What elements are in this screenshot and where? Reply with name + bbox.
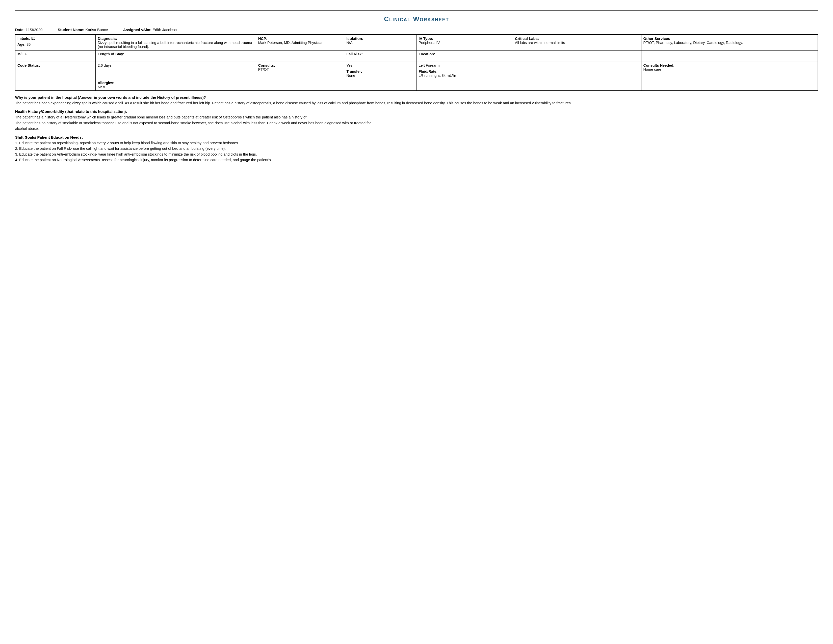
- mf-label: M/F: [18, 52, 24, 56]
- initials-value: EJ: [31, 36, 35, 40]
- other-services-value: PT/OT, Pharmacy, Laboratory, Dietary, Ca…: [643, 41, 815, 45]
- row4-empty4: [344, 79, 416, 91]
- consults-needed-header: Consults Needed:: [643, 63, 815, 68]
- diagnosis-cell: Diagnosis: Dizzy spell resulting in a fa…: [95, 35, 256, 50]
- location-header: Location:: [418, 52, 435, 56]
- allergies-header: Allergies:: [98, 81, 254, 85]
- other-services-header: Other Services: [643, 36, 815, 41]
- row3-labs-empty: [513, 62, 641, 79]
- initials-cell: Initials: EJ Age: 85: [15, 35, 96, 50]
- critical-labs-value: All labs are within normal limits: [515, 41, 639, 45]
- iv-type-header: IV Type:: [418, 36, 510, 41]
- row4-empty7: [641, 79, 818, 91]
- location-cell: Location:: [416, 50, 513, 62]
- health-history-title: Health History/Comorbidity (that relate …: [15, 109, 818, 114]
- row4-empty5: [416, 79, 513, 91]
- consults-needed-value: Home care: [643, 68, 815, 71]
- isolation-yes-cell: Yes Transfer: None: [344, 62, 416, 79]
- fluid-rate-header: Fluid/Rate:: [418, 69, 437, 74]
- mf-colon: :: [18, 56, 18, 60]
- critical-labs-header: Critical Labs:: [515, 36, 639, 41]
- isolation-cell: Isolation: N/A: [344, 35, 416, 50]
- days-value: 2.6 days: [98, 63, 112, 68]
- date-value: 11/3/2020: [26, 27, 43, 32]
- hcp-header: HCP:: [258, 36, 342, 41]
- transfer-value: None: [346, 74, 414, 77]
- shift-goal-1: 1. Educate the patient on repositioning-…: [15, 140, 818, 146]
- length-of-stay-header: Length of Stay:: [98, 52, 124, 56]
- table-row-2: M/F F : Length of Stay: Fall Risk: Locat…: [15, 50, 818, 62]
- student-name-label: Student Name: Karisa Bunce: [58, 27, 108, 32]
- iv-type-cell: IV Type: Peripheral IV: [416, 35, 513, 50]
- consults-header: Consults:: [258, 63, 342, 68]
- age-label: Age:: [18, 42, 26, 47]
- assigned-vsim-label: Assigned vSim: Edith Jacobson: [123, 27, 178, 32]
- iv-type-value: Peripheral IV: [418, 41, 510, 45]
- isolation-value: N/A: [346, 41, 414, 45]
- row2-labs-empty: [513, 50, 641, 62]
- shift-goal-3: 3. Educate the patient on Anti-embolism …: [15, 151, 818, 157]
- diagnosis-value: Dizzy spell resulting in a fall causing …: [98, 41, 254, 49]
- location-fluid-cell: Left Forearm Fluid/Rate: LR running at 8…: [416, 62, 513, 79]
- date-label: Date: 11/3/2020: [15, 27, 42, 32]
- code-status-cell: Code Status:: [15, 62, 96, 79]
- hcp-cell: HCP: Mark Peterson, MD, Admitting Physic…: [256, 35, 344, 50]
- health-history-section: Health History/Comorbidity (that relate …: [15, 109, 818, 131]
- row4-empty1: [15, 79, 96, 91]
- transfer-header: Transfer:: [346, 69, 362, 74]
- consults-cell: Consults: PT/OT: [256, 62, 344, 79]
- days-cell: 2.6 days: [95, 62, 256, 79]
- allergies-value: NKA: [98, 85, 254, 89]
- allergies-cell: Allergies: NKA: [95, 79, 256, 91]
- fall-risk-header: Fall Risk:: [346, 52, 362, 56]
- initials-label: Initials:: [18, 36, 30, 40]
- table-row-3: Code Status: 2.6 days Consults: PT/OT Ye…: [15, 62, 818, 79]
- row2-hcp-empty: [256, 50, 344, 62]
- top-divider: [15, 10, 818, 11]
- date-field-label: Date:: [15, 27, 25, 32]
- table-row-1: Initials: EJ Age: 85 Diagnosis: Dizzy sp…: [15, 35, 818, 50]
- length-of-stay-cell: Length of Stay:: [95, 50, 256, 62]
- why-hospital-section: Why is your patient in the hospital (Ans…: [15, 95, 818, 106]
- hcp-value: Mark Peterson, MD, Admitting Physician: [258, 41, 342, 45]
- isolation-header: Isolation:: [346, 36, 414, 41]
- shift-goals-section: Shift Goals/ Patient Education Needs: 1.…: [15, 135, 818, 163]
- fall-risk-cell: Fall Risk:: [344, 50, 416, 62]
- shift-goals-title: Shift Goals/ Patient Education Needs:: [15, 135, 818, 139]
- location-value: Left Forearm: [418, 63, 510, 68]
- age-value: 85: [26, 42, 31, 47]
- mf-value: F: [25, 52, 27, 56]
- shift-goals-body: 1. Educate the patient on repositioning-…: [15, 140, 818, 163]
- fluid-rate-value: LR running at 84 mL/hr: [418, 74, 510, 77]
- patient-info-table: Initials: EJ Age: 85 Diagnosis: Dizzy sp…: [15, 35, 818, 91]
- fall-risk-yes-value: Yes: [346, 63, 414, 68]
- row4-empty6: [513, 79, 641, 91]
- row4-empty3: [256, 79, 344, 91]
- student-name-field-label: Student Name:: [58, 27, 84, 32]
- student-name-value: Karisa Bunce: [85, 27, 108, 32]
- diagnosis-header: Diagnosis:: [98, 36, 254, 41]
- table-row-4: Allergies: NKA: [15, 79, 818, 91]
- why-hospital-body: The patient has been experiencing dizzy …: [15, 100, 818, 106]
- assigned-vsim-field-label: Assigned vSim:: [123, 27, 152, 32]
- consults-needed-cell: Consults Needed: Home care: [641, 62, 818, 79]
- mf-cell: M/F F :: [15, 50, 96, 62]
- code-status-header: Code Status:: [18, 63, 40, 68]
- why-hospital-title: Why is your patient in the hospital (Ans…: [15, 95, 818, 100]
- assigned-vsim-value: Edith Jacobson: [153, 27, 178, 32]
- critical-labs-cell: Critical Labs: All labs are within norma…: [513, 35, 641, 50]
- shift-goal-2: 2. Educate the patient on Fall Risk- use…: [15, 146, 818, 151]
- page-title: Clinical Worksheet: [15, 15, 818, 23]
- consults-value: PT/OT: [258, 68, 342, 71]
- row2-services-empty: [641, 50, 818, 62]
- document-header: Date: 11/3/2020 Student Name: Karisa Bun…: [15, 27, 818, 32]
- health-history-body: The patient has a history of a Hysterect…: [15, 114, 818, 131]
- other-services-cell: Other Services PT/OT, Pharmacy, Laborato…: [641, 35, 818, 50]
- shift-goal-4: 4. Educate the patient on Neurological A…: [15, 157, 818, 163]
